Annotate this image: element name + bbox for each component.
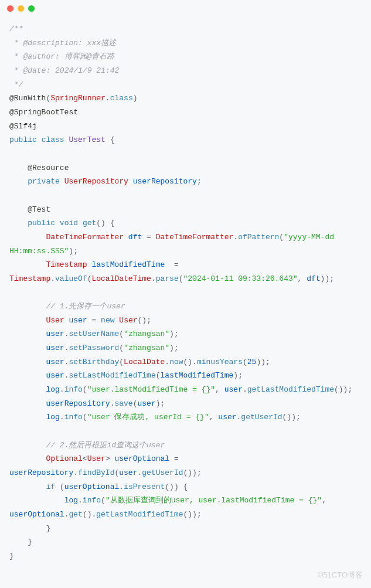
variable: userOptional bbox=[64, 482, 120, 491]
annotation: @Slf4j bbox=[9, 122, 37, 131]
string: "zhangsan" bbox=[124, 344, 169, 352]
method: minusYears bbox=[197, 358, 243, 366]
method: get bbox=[83, 219, 96, 227]
method: save bbox=[114, 399, 132, 408]
string: "user 保存成功, userId = {}" bbox=[87, 413, 209, 422]
class-name: UserTest bbox=[69, 135, 105, 144]
keyword: class bbox=[42, 135, 64, 144]
method: findById bbox=[78, 468, 114, 477]
keyword: private bbox=[28, 177, 60, 186]
type: User bbox=[46, 316, 64, 325]
method: getLastModifiedTime bbox=[96, 510, 183, 519]
variable: log bbox=[46, 413, 59, 422]
comment-line: */ bbox=[9, 80, 23, 89]
annotation: @Resource bbox=[28, 164, 69, 172]
keyword: new bbox=[101, 316, 114, 325]
variable: lastModifiedTime bbox=[91, 260, 165, 269]
type: SpringRunner bbox=[50, 94, 105, 103]
method: valueOf bbox=[55, 274, 87, 283]
keyword: class bbox=[110, 94, 133, 103]
comment-line: * @author: 博客园@青石路 bbox=[9, 52, 114, 61]
variable: userOptional bbox=[9, 510, 64, 519]
variable: dft bbox=[307, 274, 320, 283]
keyword: void bbox=[60, 219, 78, 227]
method: ofPattern bbox=[238, 233, 279, 242]
variable: user bbox=[46, 344, 64, 352]
string: "从数据库查询到的user, user.lastModifiedTime = {… bbox=[105, 496, 322, 505]
variable: dft bbox=[128, 233, 142, 242]
string: "zhangsan" bbox=[124, 329, 169, 338]
method: getUserId bbox=[142, 468, 183, 477]
variable: user bbox=[69, 316, 87, 325]
variable: user bbox=[137, 399, 155, 408]
type: Optional bbox=[46, 454, 82, 463]
variable: userRepository bbox=[46, 399, 110, 408]
method: setBirthday bbox=[69, 358, 119, 366]
number: 25 bbox=[247, 358, 257, 366]
type: Timestamp bbox=[46, 260, 87, 269]
type: DateTimeFormatter bbox=[46, 233, 124, 242]
variable: lastModifiedTime bbox=[161, 371, 234, 380]
keyword: if bbox=[46, 482, 55, 491]
annotation: @Test bbox=[28, 205, 50, 214]
comment-line: * @description: xxx描述 bbox=[9, 39, 116, 47]
string: "2024-01-11 09:33:26.643" bbox=[183, 274, 298, 283]
annotation: @SpringBootTest bbox=[9, 108, 78, 117]
type: LocalDateTime bbox=[91, 274, 151, 283]
keyword: public bbox=[9, 135, 37, 144]
method: get bbox=[69, 510, 82, 519]
type: User bbox=[87, 454, 105, 463]
method: setPassword bbox=[69, 344, 119, 352]
variable: userOptional bbox=[115, 454, 170, 463]
variable: user bbox=[224, 385, 243, 394]
comment: // 1.先保存一个user bbox=[46, 302, 125, 311]
code-content: /** * @description: xxx描述 * @author: 博客园… bbox=[0, 16, 371, 569]
variable: user bbox=[46, 358, 64, 366]
comment-line: /** bbox=[9, 25, 23, 33]
method: info bbox=[83, 496, 101, 505]
method: isPresent bbox=[124, 482, 165, 491]
variable: userRepository bbox=[133, 177, 197, 186]
variable: user bbox=[46, 371, 64, 380]
variable: userRepository bbox=[9, 468, 73, 477]
method: info bbox=[64, 385, 83, 394]
variable: log bbox=[64, 496, 78, 505]
watermark: ©51CTO博客 bbox=[318, 568, 363, 582]
code-window: /** * @description: xxx描述 * @author: 博客园… bbox=[0, 0, 371, 588]
string: "user.lastModifiedTime = {}" bbox=[87, 385, 215, 394]
maximize-icon[interactable] bbox=[28, 5, 35, 12]
close-icon[interactable] bbox=[7, 5, 13, 12]
method: info bbox=[64, 413, 83, 422]
comment: // 2.然后再根据id查询这个user bbox=[46, 441, 165, 450]
variable: user bbox=[46, 329, 64, 338]
variable: user bbox=[218, 413, 236, 422]
type: UserRepository bbox=[64, 177, 128, 186]
variable: log bbox=[46, 385, 59, 394]
method: setLastModifiedTime bbox=[69, 371, 155, 380]
annotation: @RunWith bbox=[9, 94, 46, 103]
type: DateTimeFormatter bbox=[156, 233, 234, 242]
method: now bbox=[169, 358, 183, 366]
method: getUserId bbox=[241, 413, 282, 422]
method: getLastModifiedTime bbox=[247, 385, 334, 394]
type: LocalDate bbox=[124, 358, 165, 366]
comment-line: * @date: 2024/1/9 21:42 bbox=[9, 66, 119, 75]
minimize-icon[interactable] bbox=[18, 5, 24, 12]
window-titlebar bbox=[0, 0, 371, 16]
type: Timestamp bbox=[9, 274, 50, 283]
variable: user bbox=[119, 468, 137, 477]
method: setUserName bbox=[69, 329, 119, 338]
keyword: public bbox=[28, 219, 55, 227]
method: parse bbox=[156, 274, 179, 283]
type: User bbox=[119, 316, 137, 325]
